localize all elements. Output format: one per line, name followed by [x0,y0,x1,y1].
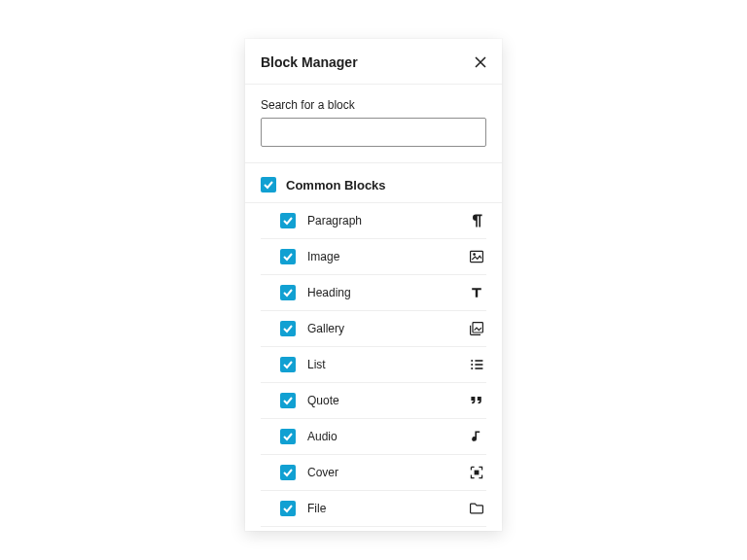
block-item: Video [261,527,486,531]
block-checkbox[interactable] [280,249,296,264]
list-icon [469,356,486,373]
paragraph-icon [469,212,486,229]
check-icon [282,359,294,370]
block-item: Cover [261,455,486,491]
svg-point-4 [471,364,473,366]
block-label: Quote [307,394,457,407]
svg-rect-9 [475,471,480,475]
block-label: Image [307,250,457,263]
svg-rect-2 [473,323,482,332]
search-section: Search for a block [245,85,502,163]
check-icon [282,467,294,478]
block-manager-panel: Block Manager Search for a block Common … [245,39,502,531]
block-checkbox[interactable] [280,213,296,228]
quote-icon [469,392,486,409]
block-checkbox[interactable] [280,465,296,480]
block-label: List [307,358,457,371]
block-checkbox[interactable] [280,429,296,444]
check-icon [282,431,294,442]
heading-icon [469,284,486,301]
close-button[interactable] [471,52,490,72]
check-icon [282,287,294,298]
block-item: Quote [261,383,486,419]
category-section: Common Blocks ParagraphImageHeadingGalle… [245,163,502,531]
block-item: File [261,491,486,527]
block-item: Paragraph [261,203,486,239]
audio-icon [469,428,486,445]
svg-rect-0 [471,251,483,262]
panel-title: Block Manager [261,54,358,70]
close-icon [475,56,486,68]
block-list: ParagraphImageHeadingGalleryListQuoteAud… [245,203,502,531]
svg-rect-8 [475,368,482,369]
block-label: Cover [307,466,457,479]
check-icon [282,395,294,406]
svg-point-5 [471,368,473,369]
block-label: Gallery [307,322,457,335]
svg-rect-7 [475,364,482,366]
block-label: Heading [307,286,457,299]
check-icon [282,323,294,334]
block-label: Paragraph [307,214,457,228]
block-label: Audio [307,430,457,443]
panel-header: Block Manager [245,39,502,85]
category-header: Common Blocks [245,175,502,203]
svg-rect-6 [475,360,482,362]
block-checkbox[interactable] [280,393,296,408]
block-checkbox[interactable] [280,501,296,516]
image-icon [469,248,486,265]
search-input[interactable] [261,118,486,147]
file-icon [469,500,486,517]
svg-point-1 [474,254,476,256]
block-item: Heading [261,275,486,311]
block-item: Audio [261,419,486,455]
block-checkbox[interactable] [280,285,296,300]
block-item: Gallery [261,311,486,347]
block-item: List [261,347,486,383]
gallery-icon [469,320,486,337]
svg-point-3 [471,360,473,362]
block-checkbox[interactable] [280,357,296,372]
check-icon [263,179,274,191]
check-icon [282,251,294,262]
category-title: Common Blocks [286,178,386,192]
check-icon [282,215,294,227]
block-item: Image [261,239,486,275]
check-icon [282,503,294,514]
category-checkbox[interactable] [261,177,276,192]
cover-icon [469,464,486,481]
block-checkbox[interactable] [280,321,296,336]
block-label: File [307,502,457,515]
search-label: Search for a block [261,98,486,112]
